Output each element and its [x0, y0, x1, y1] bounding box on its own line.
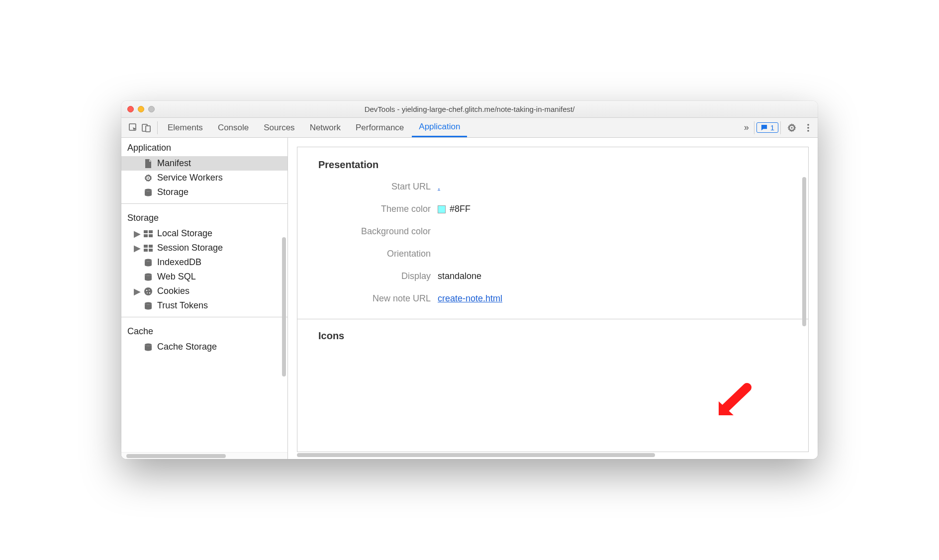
svg-point-6 [145, 188, 152, 191]
settings-gear-icon[interactable] [783, 123, 801, 133]
sidebar-item-local-storage[interactable]: ▶ Local Storage [121, 226, 287, 241]
close-window-button[interactable] [127, 106, 134, 112]
value-display: standalone [438, 271, 481, 281]
chat-icon [760, 124, 768, 131]
main-vertical-scrollbar[interactable] [802, 177, 806, 326]
disclosure-triangle-icon[interactable]: ▶ [134, 231, 140, 237]
sidebar-item-websql[interactable]: Web SQL [121, 270, 287, 284]
svg-point-14 [145, 273, 152, 276]
sidebar-item-label: Cookies [157, 286, 189, 296]
sidebar-section-application: Application [121, 138, 287, 156]
svg-point-20 [145, 302, 152, 304]
device-toggle-icon[interactable] [141, 123, 151, 133]
tab-network[interactable]: Network [303, 118, 348, 137]
presentation-heading: Presentation [318, 159, 808, 171]
file-icon [143, 159, 153, 168]
row-background-color: Background color [318, 226, 808, 237]
row-theme-color: Theme color #8FF [318, 204, 808, 214]
svg-rect-2 [146, 126, 150, 132]
gear-icon [143, 174, 153, 183]
tab-application[interactable]: Application [412, 118, 467, 137]
window-title: DevTools - yielding-large-chef.glitch.me… [121, 105, 818, 113]
devtools-window: DevTools - yielding-large-chef.glitch.me… [121, 101, 818, 459]
sidebar-vertical-scrollbar[interactable] [282, 237, 286, 376]
sidebar-separator [121, 203, 287, 204]
tab-elements[interactable]: Elements [161, 118, 210, 137]
inspect-element-icon[interactable] [128, 123, 138, 133]
sidebar-item-label: Service Workers [157, 173, 223, 183]
sidebar-item-storage[interactable]: Storage [121, 185, 287, 199]
svg-point-5 [807, 130, 809, 132]
disclosure-triangle-icon[interactable]: ▶ [134, 288, 140, 294]
label-theme-color: Theme color [318, 204, 438, 214]
minimize-window-button[interactable] [138, 106, 144, 112]
sidebar-item-label: Cache Storage [157, 342, 217, 352]
row-new-note-url: New note URL create-note.html [318, 293, 808, 304]
issues-button[interactable]: 1 [756, 122, 778, 133]
sidebar-item-label: Manifest [157, 158, 191, 169]
sidebar-item-indexeddb[interactable]: IndexedDB [121, 255, 287, 270]
svg-point-19 [147, 292, 148, 293]
sidebar-item-label: Local Storage [157, 228, 212, 239]
tab-sources[interactable]: Sources [257, 118, 301, 137]
issues-count: 1 [770, 123, 774, 132]
devtools-toolbar: Elements Console Sources Network Perform… [121, 118, 818, 138]
traffic-lights [127, 106, 155, 112]
theme-color-swatch [438, 205, 446, 213]
database-icon [143, 273, 153, 281]
sidebar-separator [121, 317, 287, 317]
row-orientation: Orientation [318, 249, 808, 259]
link-new-note-url[interactable]: create-note.html [438, 293, 502, 304]
main-horizontal-scrollbar[interactable] [297, 453, 809, 458]
sidebar-section-cache: Cache [121, 321, 287, 340]
sidebar-item-trust-tokens[interactable]: Trust Tokens [121, 298, 287, 313]
sidebar-item-cache-storage[interactable]: Cache Storage [121, 340, 287, 354]
svg-point-16 [146, 289, 148, 291]
more-options-icon[interactable] [803, 123, 814, 132]
sidebar-item-label: Web SQL [157, 272, 196, 282]
manifest-panel: Presentation Start URL . Theme color #8F… [288, 138, 818, 459]
sidebar-item-service-workers[interactable]: Service Workers [121, 171, 287, 185]
label-new-note-url: New note URL [318, 293, 438, 304]
sidebar-item-cookies[interactable]: ▶ Cookies [121, 284, 287, 298]
svg-point-15 [144, 287, 152, 295]
toolbar-divider [754, 121, 754, 134]
icons-heading: Icons [318, 330, 808, 342]
svg-point-21 [145, 343, 152, 346]
toolbar-divider [780, 121, 781, 134]
sidebar-item-label: Session Storage [157, 243, 223, 253]
label-display: Display [318, 271, 438, 281]
more-tabs-icon[interactable]: » [741, 122, 752, 133]
row-display: Display standalone [318, 271, 808, 281]
disclosure-triangle-icon[interactable]: ▶ [134, 245, 140, 251]
database-icon [143, 302, 153, 310]
svg-rect-9 [148, 230, 149, 237]
sidebar-horizontal-scrollbar[interactable] [121, 452, 287, 459]
maximize-window-button[interactable] [148, 106, 155, 112]
window-titlebar: DevTools - yielding-large-chef.glitch.me… [121, 101, 818, 118]
sidebar-item-label: Trust Tokens [157, 300, 208, 311]
sidebar-item-manifest[interactable]: Manifest [121, 156, 287, 171]
row-start-url: Start URL . [318, 182, 808, 192]
panel-separator [297, 319, 809, 319]
database-icon [143, 343, 153, 351]
table-icon [143, 245, 153, 252]
link-start-url[interactable]: . [438, 182, 440, 192]
toolbar-divider [157, 121, 158, 134]
devtools-body: Application Manifest Service Workers [121, 138, 818, 459]
devtools-tabs: Elements Console Sources Network Perform… [161, 118, 467, 137]
tab-performance[interactable]: Performance [349, 118, 411, 137]
database-icon [143, 259, 153, 267]
tab-console[interactable]: Console [211, 118, 256, 137]
svg-point-17 [149, 289, 150, 290]
label-start-url: Start URL [318, 182, 438, 192]
database-icon [143, 188, 153, 196]
svg-rect-0 [129, 124, 136, 130]
manifest-panel-inner: Presentation Start URL . Theme color #8F… [297, 147, 809, 452]
sidebar-item-session-storage[interactable]: ▶ Session Storage [121, 241, 287, 255]
cookie-icon [143, 287, 153, 296]
application-sidebar: Application Manifest Service Workers [121, 138, 288, 459]
svg-point-18 [149, 292, 150, 293]
svg-rect-12 [148, 245, 149, 252]
svg-point-3 [807, 124, 809, 126]
